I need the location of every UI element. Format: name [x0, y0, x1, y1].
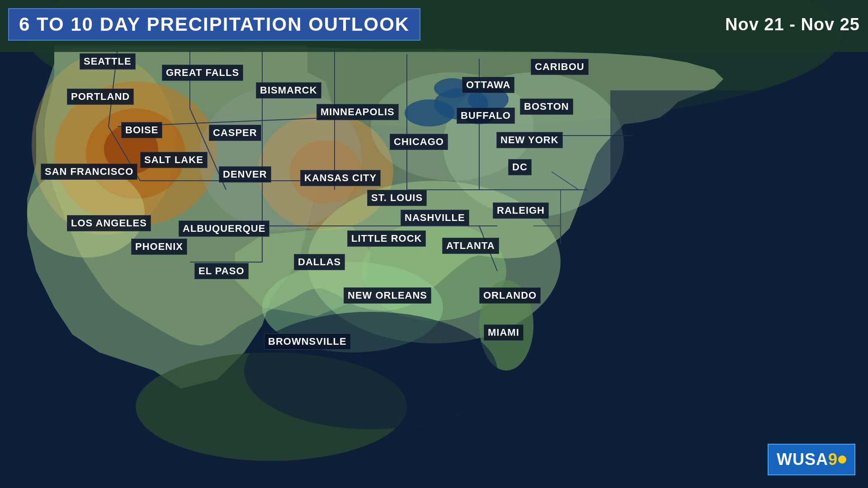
- svg-point-48: [244, 312, 497, 429]
- city-label-boston: BOSTON: [520, 99, 573, 115]
- city-label-raleigh: RALEIGH: [493, 202, 549, 219]
- title-text: 6 TO 10 DAY PRECIPITATION OUTLOOK: [19, 14, 410, 35]
- city-label-san-francisco: SAN FRANCISCO: [41, 164, 137, 180]
- city-label-nashville: NASHVILLE: [401, 210, 469, 226]
- city-label-buffalo: BUFFALO: [457, 108, 515, 124]
- city-label-phoenix: PHOENIX: [131, 239, 187, 255]
- city-label-new-orleans: NEW ORLEANS: [344, 287, 431, 304]
- city-label-portland: PORTLAND: [67, 89, 134, 105]
- city-label-minneapolis: MINNEAPOLIS: [316, 104, 399, 120]
- city-label-dc: DC: [508, 159, 532, 175]
- city-label-bismarck: BISMARCK: [256, 82, 321, 99]
- city-label-orlando: ORLANDO: [479, 287, 541, 304]
- wusa-nine: 9: [828, 450, 837, 469]
- title-box: 6 TO 10 DAY PRECIPITATION OUTLOOK: [8, 8, 420, 41]
- wusa-text: WUSA: [777, 450, 828, 469]
- city-label-el-paso: EL PASO: [194, 263, 249, 279]
- header: 6 TO 10 DAY PRECIPITATION OUTLOOK Nov 21…: [8, 8, 860, 41]
- date-range: Nov 21 - Nov 25: [725, 15, 860, 34]
- wusa-logo: WUSA9: [768, 444, 855, 475]
- wusa-circle: [838, 455, 846, 464]
- city-label-denver: DENVER: [219, 166, 271, 183]
- city-label-great-falls: GREAT FALLS: [162, 65, 243, 81]
- city-label-ottawa: OTTAWA: [462, 77, 514, 93]
- map-container: 6 TO 10 DAY PRECIPITATION OUTLOOK Nov 21…: [0, 0, 868, 488]
- city-label-salt-lake: SALT LAKE: [140, 152, 208, 168]
- city-label-st--louis: ST. LOUIS: [367, 190, 427, 206]
- city-label-boise: BOISE: [121, 122, 162, 138]
- city-label-albuquerque: ALBUQUERQUE: [179, 221, 269, 237]
- svg-point-41: [405, 99, 454, 127]
- city-label-miami: MIAMI: [484, 324, 524, 341]
- map-svg: [0, 0, 868, 488]
- city-label-los-angeles: LOS ANGELES: [67, 215, 151, 231]
- city-label-chicago: CHICAGO: [390, 134, 448, 150]
- city-label-atlanta: ATLANTA: [442, 238, 499, 254]
- city-label-kansas-city: KANSAS CITY: [300, 170, 381, 186]
- svg-point-9: [27, 167, 145, 258]
- city-label-little-rock: LITTLE ROCK: [347, 230, 426, 247]
- city-label-brownsville: BROWNSVILLE: [264, 333, 351, 350]
- city-label-new-york: NEW YORK: [496, 132, 563, 148]
- svg-rect-46: [610, 90, 868, 488]
- city-label-caribou: CARIBOU: [531, 59, 589, 75]
- city-label-seattle: SEATTLE: [80, 53, 136, 70]
- city-label-casper: CASPER: [209, 125, 261, 141]
- city-label-dallas: DALLAS: [294, 254, 345, 270]
